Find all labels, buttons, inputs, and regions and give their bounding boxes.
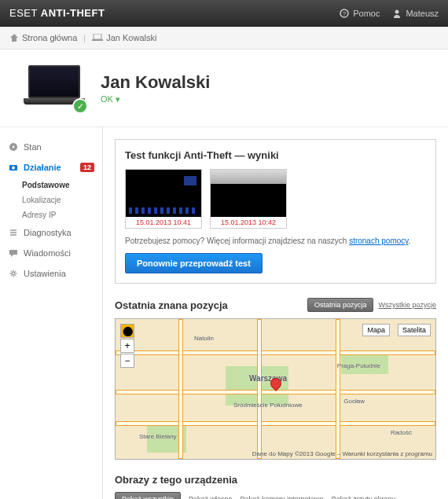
test-thumb-desktop[interactable]: 15.01.2013 10:41: [125, 169, 202, 229]
screenshot-thumb: [126, 170, 201, 217]
svg-rect-4: [92, 39, 103, 41]
svg-point-8: [12, 272, 15, 275]
filter-own-link[interactable]: Pokaż własne: [189, 495, 233, 499]
brand-logo: ESET ANTI-THEFT: [9, 7, 105, 19]
images-title: Obrazy z tego urządzenia: [115, 474, 237, 486]
breadcrumb-home[interactable]: Strona główna: [9, 33, 77, 42]
location-title: Ostatnia znana pozycja: [115, 299, 228, 311]
sidebar-item-activity[interactable]: Działanie 12: [0, 157, 102, 178]
home-icon: [9, 33, 19, 42]
device-image: ✓: [24, 65, 85, 111]
status-ok-icon: ✓: [72, 98, 88, 114]
laptop-icon: [92, 34, 103, 42]
filter-all-button[interactable]: Pokaż wszystkie: [115, 492, 181, 499]
zoom-in-button[interactable]: +: [120, 339, 134, 353]
help-icon: ?: [339, 8, 350, 19]
svg-point-7: [12, 167, 15, 170]
help-link[interactable]: ? Pomoc: [339, 8, 380, 19]
svg-rect-3: [94, 34, 101, 39]
map[interactable]: Warszawa Śródmieście Południowe Natolin …: [115, 318, 436, 460]
map-type-satellite[interactable]: Satelita: [398, 324, 431, 336]
filter-screenshot-link[interactable]: Pokaż zrzuty ekranu: [332, 495, 396, 499]
sidebar-sub-locations[interactable]: Lokalizacje: [0, 193, 102, 207]
activity-badge: 12: [80, 163, 94, 172]
map-attribution: Dane do Mapy ©2013 Google – Warunki korz…: [252, 450, 432, 457]
map-type-map[interactable]: Mapa: [362, 324, 390, 336]
zoom-out-button[interactable]: −: [120, 354, 134, 368]
device-name: Jan Kowalski: [101, 72, 210, 93]
webcam-thumb: [211, 170, 286, 217]
play-icon: [8, 141, 19, 152]
sidebar-item-diagnostics[interactable]: Diagnostyka: [0, 222, 102, 243]
camera-icon: [8, 162, 19, 173]
breadcrumb-device[interactable]: Jan Kowalski: [92, 33, 156, 42]
help-text: Potrzebujesz pomocy? Więcej informacji z…: [125, 237, 426, 245]
filter-webcam-link[interactable]: Pokaż kamery internetowe: [241, 495, 324, 499]
gear-icon: [8, 268, 19, 279]
user-menu[interactable]: Mateusz: [391, 8, 439, 19]
sidebar-item-settings[interactable]: Ustawienia: [0, 263, 102, 284]
chat-icon: [8, 248, 19, 259]
street-view-button[interactable]: ⬤: [120, 324, 134, 338]
list-icon: [8, 227, 19, 238]
sidebar-item-state[interactable]: Stan: [0, 137, 102, 157]
all-positions-link[interactable]: Wszystkie pozycje: [378, 301, 436, 309]
help-pages-link[interactable]: stronach pomocy: [349, 237, 408, 245]
sidebar-sub-ip[interactable]: Adresy IP: [0, 207, 102, 222]
test-title: Test funkcji Anti-Theft — wyniki: [125, 149, 426, 161]
map-marker: [270, 378, 281, 389]
device-status[interactable]: OK ▾: [101, 94, 210, 105]
user-icon: [391, 8, 402, 19]
sidebar-sub-basic[interactable]: Podstawowe: [0, 178, 102, 193]
svg-text:?: ?: [343, 10, 347, 17]
last-position-button[interactable]: Ostatnia pozycja: [307, 298, 374, 312]
breadcrumb: Strona główna | Jan Kowalski: [0, 27, 448, 50]
test-thumb-webcam[interactable]: 15.01.2013 10:42: [210, 169, 287, 229]
svg-point-2: [395, 9, 399, 13]
retest-button[interactable]: Ponownie przeprowadź test: [125, 253, 263, 273]
sidebar-item-messages[interactable]: Wiadomości: [0, 243, 102, 263]
